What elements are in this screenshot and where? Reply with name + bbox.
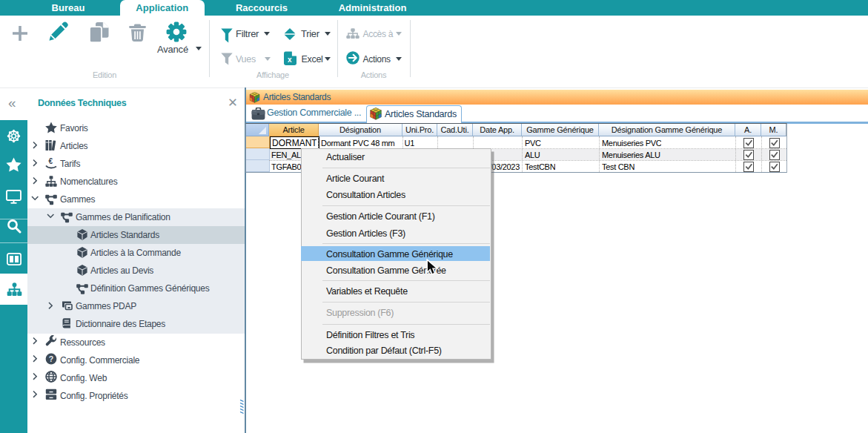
- svg-text:?: ?: [49, 354, 53, 363]
- svg-text:€: €: [49, 157, 53, 165]
- svg-text:x: x: [288, 56, 292, 64]
